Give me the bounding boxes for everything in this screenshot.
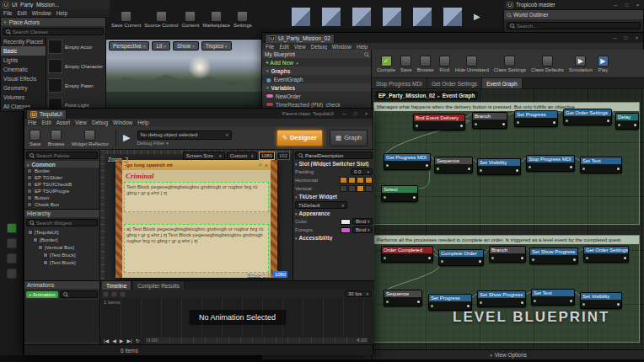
blueprint-node[interactable]: Complete Order bbox=[438, 249, 484, 266]
breadcrumb-leaf[interactable]: Event Graph bbox=[443, 93, 475, 98]
graph-button[interactable]: Graph bbox=[330, 130, 368, 146]
align-fill-button[interactable] bbox=[365, 177, 373, 184]
toolbar-button[interactable]: Source Control bbox=[144, 11, 178, 28]
umg-titlebar[interactable]: U TequilaUI Parent class: TequilaUI bbox=[24, 109, 373, 119]
content-browser-icon[interactable] bbox=[7, 223, 17, 233]
blueprint-node[interactable]: Sequence bbox=[384, 290, 422, 306]
blueprint-node[interactable]: Set Visibility bbox=[580, 292, 622, 309]
actor-item[interactable]: Empty Character bbox=[46, 56, 107, 76]
accessibility-section-header[interactable]: Accessibility bbox=[295, 235, 373, 241]
hierarchy-search[interactable]: Search Widgets bbox=[26, 219, 98, 226]
my-blueprint-item[interactable]: EventGraph bbox=[262, 75, 371, 83]
loop-button[interactable] bbox=[135, 338, 141, 343]
go-to-start-button[interactable] bbox=[103, 338, 110, 343]
widget-header-bar[interactable]: -go long spanish mi bbox=[122, 160, 271, 170]
padding-input[interactable]: 0.0 bbox=[351, 168, 373, 175]
debug-filter-label[interactable]: Debug Filter bbox=[137, 141, 165, 146]
palette-item[interactable]: Border bbox=[24, 168, 99, 174]
toolbar-button[interactable]: Marketplace bbox=[202, 11, 230, 28]
menu-item[interactable]: View bbox=[75, 120, 87, 125]
category-item[interactable]: Visual Effects bbox=[1, 74, 46, 83]
blueprint-titlebar[interactable]: U UI_Party_Mission_02 bbox=[262, 33, 643, 43]
palette-search[interactable]: Search Palette bbox=[26, 152, 98, 159]
fill-mode-dropdown[interactable]: Custom bbox=[227, 152, 257, 160]
blueprint-node[interactable]: Set Show Progress bbox=[477, 290, 526, 307]
track-icon[interactable] bbox=[111, 291, 117, 297]
toolbar-button[interactable]: Settings bbox=[233, 11, 252, 28]
document-tab[interactable]: Get Order Settings bbox=[427, 78, 482, 88]
breadcrumb-root[interactable]: EP_Party_Mission_02 bbox=[378, 93, 435, 98]
palette-item[interactable]: EP TSUICheckB bbox=[24, 181, 99, 188]
menu-item[interactable]: Edit bbox=[17, 10, 26, 16]
menu-item[interactable]: Help bbox=[56, 10, 67, 16]
category-item[interactable]: Recently Placed bbox=[1, 37, 46, 46]
color-swatch[interactable] bbox=[341, 219, 351, 225]
blueprint-node[interactable]: Order Completed bbox=[381, 246, 433, 263]
toolbar-button[interactable]: Find bbox=[439, 56, 450, 72]
close-icon[interactable] bbox=[633, 35, 641, 40]
menu-item[interactable]: File bbox=[28, 120, 36, 125]
minimize-icon[interactable] bbox=[612, 3, 620, 8]
palette-item[interactable]: Check Box bbox=[24, 201, 99, 208]
view-options-button[interactable]: View Options bbox=[495, 352, 527, 358]
blueprint-node[interactable]: Select bbox=[381, 185, 418, 202]
key-icon[interactable] bbox=[103, 291, 109, 297]
asset-cube-icon[interactable] bbox=[382, 7, 402, 27]
my-blueprint-item[interactable]: Graphs bbox=[262, 67, 371, 75]
asset-icon[interactable] bbox=[7, 253, 17, 264]
blueprint-node[interactable]: Get Order Settings bbox=[563, 109, 612, 125]
foreground-bind-dropdown[interactable]: Bind bbox=[352, 226, 373, 233]
menu-item[interactable]: File bbox=[3, 10, 12, 16]
actor-item[interactable]: Empty Pawn bbox=[46, 76, 107, 95]
my-blueprint-item[interactable]: Variables bbox=[262, 83, 371, 92]
panel-tab[interactable]: Timeline bbox=[102, 281, 131, 290]
hierarchy-item[interactable]: [Text Block] bbox=[24, 251, 99, 258]
menu-item[interactable]: Window bbox=[332, 44, 352, 50]
category-item[interactable]: Basic bbox=[1, 46, 46, 56]
actor-item[interactable]: Empty Actor bbox=[46, 37, 107, 56]
align-right-button[interactable] bbox=[357, 177, 364, 184]
palette-item[interactable]: Button bbox=[24, 194, 99, 201]
widget-reflector-button[interactable]: Widget Reflector bbox=[72, 130, 109, 146]
foreground-color-swatch[interactable] bbox=[341, 227, 351, 233]
designer-button[interactable]: Designer bbox=[276, 130, 323, 146]
tkuser-section-header[interactable]: TkUser Widget bbox=[295, 194, 373, 200]
add-new-button[interactable]: + Add New bbox=[266, 60, 293, 66]
widget-title-text[interactable]: Criminal bbox=[126, 172, 154, 180]
menu-item[interactable]: Debug bbox=[311, 44, 327, 50]
asset-cube-icon[interactable] bbox=[352, 7, 372, 27]
toolbar-button[interactable]: Content bbox=[181, 11, 199, 28]
close-icon[interactable] bbox=[634, 3, 641, 8]
asset-cube-icon[interactable] bbox=[321, 7, 341, 27]
filter-icon[interactable] bbox=[120, 291, 126, 297]
folder-icon[interactable] bbox=[7, 238, 17, 248]
category-item[interactable]: Volumes bbox=[1, 93, 46, 102]
debug-object-dropdown[interactable]: No debug object selected bbox=[137, 130, 232, 140]
add-animation-button[interactable]: + Animation bbox=[26, 291, 58, 298]
play-button[interactable] bbox=[123, 132, 130, 143]
blueprint-node[interactable]: Get Progress MDI bbox=[384, 153, 431, 170]
align-bottom-button[interactable] bbox=[357, 185, 364, 192]
menu-item[interactable]: View bbox=[294, 44, 306, 50]
menu-item[interactable]: File bbox=[266, 44, 274, 50]
cancel-icon[interactable] bbox=[265, 162, 268, 168]
toolbar-button[interactable]: ▶ Play bbox=[598, 56, 609, 72]
animations-search[interactable] bbox=[60, 290, 98, 298]
menu-item[interactable]: Asset bbox=[56, 120, 70, 125]
blueprint-node[interactable]: Set Visibility bbox=[477, 158, 521, 175]
blueprint-node[interactable]: Stop Progress MDI bbox=[526, 155, 575, 172]
menu-item[interactable]: Help bbox=[357, 44, 368, 50]
widget-preview[interactable]: -go long spanish mi Criminal Text Block … bbox=[115, 160, 277, 278]
blueprint-node[interactable]: Set Text bbox=[531, 289, 575, 306]
go-to-end-button[interactable] bbox=[126, 338, 132, 343]
details-search[interactable]: PanelDescription bbox=[295, 152, 373, 159]
palette-item[interactable]: EP TGSlider bbox=[24, 174, 99, 181]
toolbar-button[interactable]: Class Defaults bbox=[531, 56, 564, 72]
world-outliner-search[interactable]: Search... bbox=[507, 22, 641, 29]
toolbar-button[interactable]: Save Current bbox=[111, 11, 141, 28]
fps-dropdown[interactable]: 30 fps bbox=[345, 290, 372, 297]
event-graph-canvas[interactable]: EP_Party_Mission_02 Event Graph Manages … bbox=[372, 88, 644, 349]
settings-icon[interactable] bbox=[7, 269, 17, 279]
maximize-icon[interactable] bbox=[352, 111, 359, 116]
document-tab[interactable]: Stop Progress MDI bbox=[372, 78, 427, 88]
